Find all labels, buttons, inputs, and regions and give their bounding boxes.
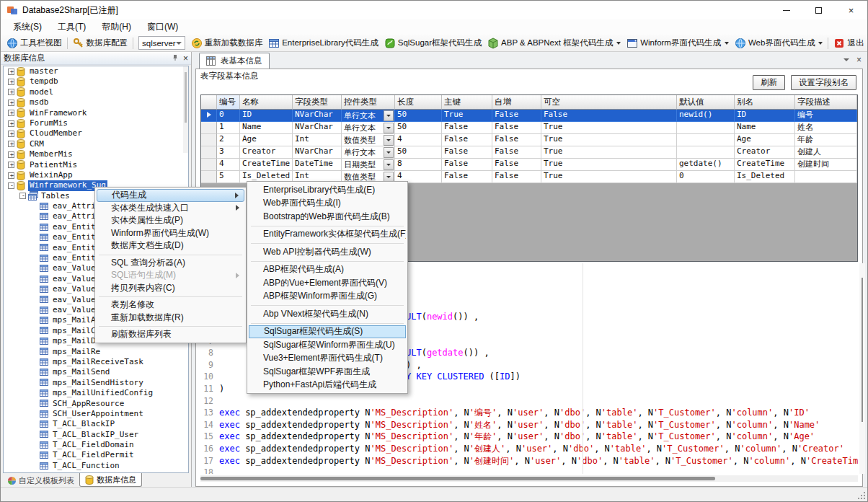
grid-cell[interactable]: True — [541, 171, 677, 183]
grid-cell[interactable]: 日期类型 — [342, 159, 395, 171]
toolbar-button-toolbar-view[interactable]: 工具栏视图 — [4, 35, 65, 51]
grid-cell[interactable]: 50 — [395, 122, 442, 134]
maximize-button[interactable] — [802, 1, 835, 19]
grid-cell[interactable]: False — [442, 171, 492, 183]
row-selector-cell[interactable] — [201, 122, 217, 134]
menu-item[interactable]: 重新加载数据库(R) — [97, 312, 244, 325]
expand-icon[interactable] — [8, 79, 14, 85]
expand-icon[interactable] — [8, 172, 14, 179]
grid-cell[interactable]: 50 — [395, 146, 442, 159]
menu-item[interactable]: 数据库文档生成(D) — [97, 239, 244, 252]
menu-item[interactable]: 代码生成 — [97, 189, 244, 202]
tree-node[interactable]: mps_MailRe — [4, 347, 188, 357]
grid-cell[interactable]: False — [442, 159, 492, 171]
grid-cell[interactable]: 数值类型 — [342, 134, 395, 146]
menubar-item[interactable]: 窗口(W) — [139, 19, 186, 35]
grid-cell[interactable]: Name — [735, 122, 795, 134]
tree-node[interactable]: ForumMis — [4, 118, 188, 128]
tree-node[interactable]: T_ACL_FieldPermit — [4, 450, 188, 460]
cell-dropdown-button[interactable] — [384, 135, 394, 146]
grid-cell[interactable]: Name — [240, 122, 293, 134]
toolbar-button-winform[interactable]: Winform界面代码生成 — [624, 35, 732, 51]
grid-cell[interactable]: False — [492, 122, 541, 134]
tree-node[interactable]: mps_MailSend — [4, 367, 188, 377]
grid-cell[interactable]: 单行文本 — [342, 110, 395, 122]
menu-item[interactable]: Vue3+Element界面代码生成(T) — [249, 352, 406, 366]
tree-node[interactable]: CRM — [4, 139, 188, 149]
grid-cell[interactable]: 姓名 — [795, 122, 857, 134]
expand-icon[interactable] — [8, 100, 14, 106]
tree-node[interactable]: tempdb — [4, 76, 188, 87]
toolbar-button-home[interactable] — [867, 35, 867, 51]
sidebar-close-icon[interactable]: × — [183, 55, 188, 62]
tab-close-icon[interactable]: × — [856, 56, 862, 64]
tab-list-dropdown-icon[interactable] — [843, 58, 849, 61]
sidebar-tab[interactable]: 数据库信息 — [79, 473, 142, 487]
grid-column-header[interactable]: 别名 — [735, 95, 795, 110]
menu-item[interactable]: SQL语句生成(M) — [97, 269, 244, 282]
tree-node[interactable]: mps_MailUnifiedConfig — [4, 388, 188, 398]
menubar-item[interactable]: 工具(T) — [50, 19, 94, 35]
menu-item[interactable]: Web界面代码生成(I) — [249, 197, 406, 211]
tab-table-basic-info[interactable]: 表基本信息 — [199, 53, 270, 69]
grid-cell[interactable]: False — [541, 110, 677, 122]
toolbar-button-db-config[interactable]: 数据库配置 — [70, 35, 131, 51]
grid-cell[interactable]: DateTime — [293, 159, 342, 171]
grid-cell[interactable]: getdate() — [677, 159, 735, 171]
pin-icon[interactable] — [172, 54, 179, 63]
table-row[interactable]: 1NameNVarChar单行文本50FalseFalseTrueName姓名 — [201, 122, 857, 134]
collapse-icon[interactable] — [19, 193, 26, 199]
menu-item[interactable]: 刷新数据库列表 — [97, 328, 244, 341]
grid-cell[interactable]: Age — [735, 134, 795, 146]
grid-cell[interactable]: 创建时间 — [795, 159, 857, 171]
grid-column-header[interactable]: 主键 — [442, 95, 492, 110]
toolbar-button-exit[interactable]: 退出 — [831, 35, 867, 51]
grid-column-header[interactable]: 名称 — [240, 95, 293, 110]
tree-node[interactable]: model — [4, 87, 188, 97]
grid-cell[interactable]: 单行文本 — [342, 122, 395, 134]
grid-cell[interactable]: True — [541, 134, 677, 146]
database-type-combobox[interactable]: sqlserver — [138, 36, 185, 50]
grid-cell[interactable]: ID — [240, 110, 293, 122]
grid-column-header[interactable]: 控件类型 — [342, 95, 395, 110]
close-button[interactable]: × — [835, 1, 867, 19]
toolbar-button-reload-db[interactable]: 重新加载数据库 — [188, 35, 266, 51]
tree-node[interactable]: T_ACL_BlackIP_User — [4, 430, 188, 440]
tree-node[interactable]: mps_MailReceiveTask — [4, 357, 188, 367]
grid-cell[interactable]: 单行文本 — [342, 146, 395, 159]
tree-node[interactable]: master — [4, 66, 188, 76]
grid-cell[interactable]: True — [541, 159, 677, 171]
menu-item[interactable]: Winform界面代码生成(W) — [97, 227, 244, 240]
menu-item[interactable]: 实体类生成快速入口 — [97, 202, 244, 215]
menu-item[interactable]: Bootstrap的Web界面代码生成(B) — [249, 210, 406, 224]
expand-icon[interactable] — [8, 89, 14, 95]
grid-cell[interactable]: Creator — [240, 146, 293, 159]
expand-icon[interactable] — [8, 120, 14, 127]
grid-cell[interactable]: 4 — [217, 159, 240, 171]
grid-column-header[interactable]: 编号 — [217, 95, 240, 110]
cell-dropdown-button[interactable] — [384, 147, 394, 158]
menu-item[interactable]: ABP的Vue+Element界面代码(V) — [249, 276, 406, 290]
table-row[interactable]: 3CreatorNVarChar单行文本50FalseFalseTrueCrea… — [201, 146, 857, 159]
grid-cell[interactable]: NVarChar — [293, 122, 342, 134]
expand-icon[interactable] — [8, 110, 14, 116]
tree-scrollbar[interactable] — [183, 66, 188, 153]
menu-item[interactable]: SqlSugar框架WPF界面生成 — [249, 365, 406, 379]
menu-item[interactable]: SQL 查询分析器(A) — [97, 257, 244, 270]
grid-column-header[interactable]: 长度 — [395, 95, 442, 110]
grid-cell[interactable]: 1 — [217, 122, 240, 134]
tree-node[interactable]: MemberMis — [4, 149, 188, 159]
expand-icon[interactable] — [8, 141, 14, 147]
menu-item[interactable]: 表别名修改 — [97, 299, 244, 312]
grid-cell[interactable]: NVarChar — [293, 110, 342, 122]
collapse-icon[interactable] — [8, 182, 14, 189]
grid-cell[interactable]: False — [492, 134, 541, 146]
grid-cell[interactable]: Is_Deleted — [735, 171, 795, 183]
cell-dropdown-button[interactable] — [384, 159, 394, 170]
grid-cell[interactable]: newid() — [677, 110, 735, 122]
menu-item[interactable]: EnterpriseLibrary代码生成(E) — [249, 183, 406, 197]
grid-cell[interactable]: False — [492, 159, 541, 171]
menu-item[interactable]: EntityFramework实体框架代码生成(F) — [249, 228, 406, 242]
menu-item[interactable]: SqlSugar框架代码生成(S) — [249, 325, 406, 339]
menu-item[interactable]: Python+FastApi后端代码生成 — [249, 379, 406, 392]
